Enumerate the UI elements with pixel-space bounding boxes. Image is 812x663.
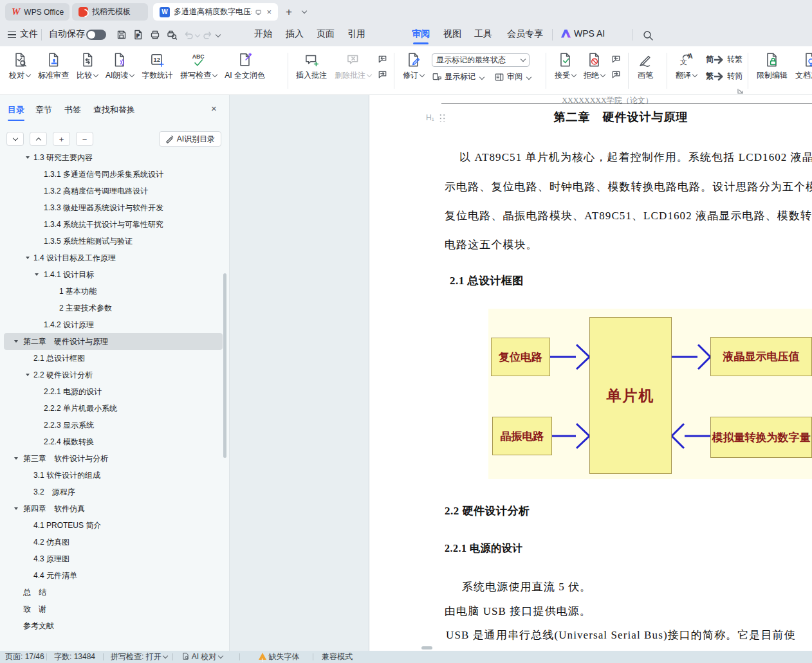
restrict-editing-button[interactable]: 限制编辑 xyxy=(753,46,791,81)
tab-docer[interactable]: 找稻壳模板 xyxy=(72,3,148,21)
previous-change-button[interactable] xyxy=(609,53,623,66)
toc-item[interactable]: 1.4.1 设计目标 xyxy=(0,266,229,283)
toc-item[interactable]: 2.2.1 电源的设计 xyxy=(0,383,229,400)
ai-proofread-status[interactable]: AI 校对 xyxy=(181,651,223,663)
toc-item[interactable]: 4.1 PROTEUS 简介 xyxy=(0,517,229,534)
split-window-icon[interactable] xyxy=(255,8,261,16)
export-pdf-icon[interactable]: P xyxy=(133,29,144,43)
to-simplified-button[interactable]: 繁 转简 xyxy=(706,71,743,82)
toc-expand-arrow-icon[interactable] xyxy=(14,507,18,510)
insert-comment-button[interactable]: 插入批注 xyxy=(292,46,331,81)
tab-document[interactable]: W 多通道高精度数字电压表设计 × xyxy=(153,3,278,21)
next-change-button[interactable] xyxy=(609,68,623,81)
document-canvas[interactable]: XXXXXXXX学院（论文） H₁ 第二章 硬件设计与原理 以 AT89C51 … xyxy=(230,95,812,651)
autosave-toggle[interactable] xyxy=(86,30,106,40)
document-page[interactable]: XXXXXXXX学院（论文） H₁ 第二章 硬件设计与原理 以 AT89C51 … xyxy=(369,95,812,651)
spellcheck-status[interactable]: 拼写检查: 打开 xyxy=(111,651,167,663)
dialog-launcher-icon[interactable] xyxy=(737,85,743,91)
toc-expand-arrow-icon[interactable] xyxy=(14,457,18,460)
menu-tab-view[interactable]: 视图 xyxy=(443,28,461,40)
markup-state-select[interactable]: 显示标记的最终状态 xyxy=(432,53,530,67)
toc-item[interactable]: 4.3 原理图 xyxy=(0,550,229,567)
previous-comment-button[interactable] xyxy=(375,53,389,66)
toc-item[interactable]: 1.3.2 高精度信号调理电路设计 xyxy=(0,183,229,199)
print-icon[interactable] xyxy=(149,29,161,43)
toc-expand-arrow-icon[interactable] xyxy=(26,374,30,376)
toc-item[interactable]: 第三章 软件设计与分析 xyxy=(0,450,229,467)
proofread-button[interactable]: 校对 xyxy=(5,46,34,81)
accept-change-button[interactable]: 接受 xyxy=(551,46,580,81)
toc-item[interactable]: 3.1 软件设计的组成 xyxy=(0,467,229,484)
toc-item[interactable]: 3.2 源程序 xyxy=(0,484,229,500)
sidebar-scrollbar[interactable] xyxy=(223,273,226,458)
spell-check-button[interactable]: ABC 拼写检查 xyxy=(176,46,221,81)
wps-ai-button[interactable]: WPS AI xyxy=(561,28,605,39)
new-tab-button[interactable]: + xyxy=(286,6,292,19)
ai-polish-button[interactable]: AI 全文润色 xyxy=(221,46,269,81)
toc-item[interactable]: 1.3 研究主要内容 xyxy=(0,154,229,166)
sidebar-tab-find-replace[interactable]: 查找和替换 xyxy=(93,104,135,116)
menu-tab-membership[interactable]: 会员专享 xyxy=(507,28,543,40)
file-menu[interactable]: 文件 xyxy=(20,28,38,40)
page-indicator[interactable]: 页面: 17/46 xyxy=(5,651,44,663)
toc-expand-arrow-icon[interactable] xyxy=(14,340,18,343)
word-count-button[interactable]: 12 字数统计 xyxy=(138,46,176,81)
hamburger-menu-icon[interactable] xyxy=(8,32,16,38)
toc-item[interactable]: 1.4.2 设计原理 xyxy=(0,316,229,333)
redo-caret-icon[interactable] xyxy=(216,32,221,37)
tab-wps-office[interactable]: W WPS Office xyxy=(5,3,69,21)
menu-tab-insert[interactable]: 插入 xyxy=(286,28,304,40)
standard-review-button[interactable]: 标准审查 xyxy=(34,46,73,81)
toc-expand-arrow-icon[interactable] xyxy=(35,273,39,276)
menu-tab-home[interactable]: 开始 xyxy=(254,28,272,40)
menu-tab-references[interactable]: 引用 xyxy=(347,28,365,40)
toc-expand-button[interactable] xyxy=(6,132,24,146)
next-comment-button[interactable] xyxy=(375,68,389,81)
review-pane-button[interactable]: 审阅 xyxy=(494,71,531,82)
toc-item[interactable]: 1.3.5 系统性能测试与验证 xyxy=(0,233,229,250)
word-count-indicator[interactable]: 字数: 13484 xyxy=(54,651,95,663)
toc-zoom-out-button[interactable]: − xyxy=(76,132,93,146)
ink-brush-button[interactable]: 画笔 xyxy=(633,46,658,81)
horizontal-scrollbar-thumb[interactable] xyxy=(421,646,432,649)
close-sidebar-icon[interactable]: × xyxy=(211,103,217,114)
toc-item[interactable]: 4.2 仿真图 xyxy=(0,534,229,550)
tab-list-caret-icon[interactable] xyxy=(302,8,307,14)
print-preview-icon[interactable] xyxy=(166,29,178,43)
sidebar-tab-toc[interactable]: 目录 xyxy=(8,104,24,116)
toc-item[interactable]: 1 基本功能 xyxy=(0,283,229,300)
reject-change-button[interactable]: 拒绝 xyxy=(580,46,609,81)
toc-item[interactable]: 总 结 xyxy=(0,584,229,601)
ai-read-aloud-button[interactable]: AI朗读 xyxy=(102,46,138,81)
menu-tab-tools[interactable]: 工具 xyxy=(474,28,492,40)
toc-item[interactable]: 第四章 软件仿真 xyxy=(0,500,229,517)
sidebar-tab-bookmarks[interactable]: 书签 xyxy=(64,104,81,116)
toc-item[interactable]: 2.2 硬件设计分析 xyxy=(0,367,229,383)
ai-recognize-toc-button[interactable]: AI识别目录 xyxy=(159,131,221,147)
sidebar-tab-chapters[interactable]: 章节 xyxy=(35,104,52,116)
toc-item[interactable]: 1.3.4 系统抗干扰设计与可靠性研究 xyxy=(0,216,229,233)
doc-encrypt-button[interactable]: 文档加密 xyxy=(791,46,812,81)
toc-item[interactable]: 1.3.3 微处理器系统设计与软件开发 xyxy=(0,199,229,216)
toc-expand-arrow-icon[interactable] xyxy=(26,156,30,159)
to-traditional-button[interactable]: 简 转繁 xyxy=(706,54,743,65)
search-icon[interactable] xyxy=(642,30,654,44)
toc-zoom-in-button[interactable]: + xyxy=(53,132,70,146)
toc-item[interactable]: 2 主要技术参数 xyxy=(0,300,229,316)
save-icon[interactable] xyxy=(116,29,127,43)
missing-font-warning[interactable]: 缺失字体 xyxy=(259,651,299,663)
toc-expand-arrow-icon[interactable] xyxy=(26,257,30,259)
menu-tab-review[interactable]: 审阅 xyxy=(412,28,430,40)
show-markup-button[interactable]: 显示标记 xyxy=(432,71,484,82)
toc-item[interactable]: 参考文献 xyxy=(0,617,229,634)
toc-item[interactable]: 4.4 元件清单 xyxy=(0,567,229,584)
toc-item[interactable]: 2.2.3 显示系统 xyxy=(0,417,229,433)
toc-item[interactable]: 2.2.2 单片机最小系统 xyxy=(0,400,229,417)
toc-item[interactable]: 第二章 硬件设计与原理 xyxy=(4,333,223,350)
compare-button[interactable]: 比较 xyxy=(73,46,102,81)
track-changes-button[interactable]: 修订 xyxy=(399,46,428,81)
toc-item[interactable]: 2.1 总设计框图 xyxy=(0,350,229,367)
toc-item[interactable]: 致 谢 xyxy=(0,601,229,617)
toc-item[interactable]: 1.4 设计目标及工作原理 xyxy=(0,250,229,266)
translate-button[interactable]: 文A 翻译 xyxy=(672,46,701,81)
